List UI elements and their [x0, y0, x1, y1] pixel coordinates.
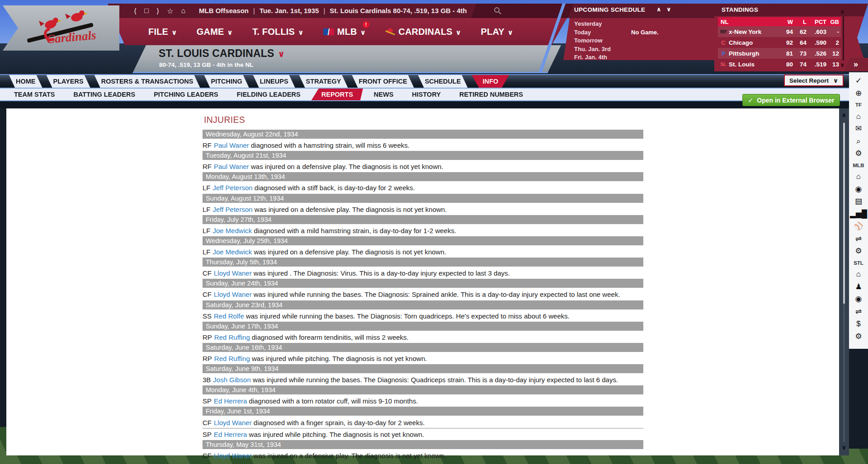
finances-icon[interactable]: $ — [856, 319, 860, 329]
menu-item[interactable]: FILE ∨ — [148, 27, 177, 37]
primary-tab[interactable]: FRONT OFFICE — [352, 75, 414, 88]
settings-icon[interactable]: ⚙ — [855, 332, 862, 342]
secondary-tab[interactable]: REPORTS — [311, 89, 363, 100]
player-link[interactable]: Ed Herrera — [214, 397, 247, 405]
player-link[interactable]: Ed Herrera — [214, 431, 247, 438]
schedule-row: Yesterday — [574, 20, 714, 28]
schedule-up-icon[interactable]: ∧ — [656, 6, 661, 13]
settings-icon[interactable]: ⚙ — [855, 246, 862, 256]
secondary-tab[interactable]: BATTING LEADERS — [66, 89, 143, 100]
player-link[interactable]: Jeff Peterson — [213, 206, 253, 213]
search-icon[interactable]: ⌕ — [856, 136, 861, 146]
player-link[interactable]: Paul Waner — [214, 163, 249, 170]
player-link[interactable]: Lloyd Waner — [214, 269, 252, 277]
player-link[interactable]: Lloyd Waner — [214, 291, 252, 298]
transactions-icon[interactable]: ⇌ — [855, 234, 862, 244]
standings-row[interactable]: SL St. Louis 80 74 .519 13 — [718, 59, 841, 70]
primary-tab[interactable]: PLAYERS — [47, 75, 90, 88]
back-icon[interactable]: ⟨ — [134, 7, 137, 15]
standings-scroll-down-icon[interactable]: ∨ — [840, 61, 845, 68]
primary-tab[interactable]: SCHEDULE — [418, 75, 468, 88]
open-external-browser-button[interactable]: ✓ Open in External Browser — [742, 94, 840, 106]
injury-entry: SSRed Rolfe was injured while running th… — [203, 311, 835, 321]
search-icon[interactable] — [494, 7, 501, 16]
standings-row[interactable]: P Pittsburgh 81 73 .526 12 — [718, 48, 841, 59]
primary-tab[interactable]: PITCHING — [204, 75, 249, 88]
transactions-icon[interactable]: ⇌ — [855, 307, 862, 317]
home-icon[interactable]: ⌂ — [856, 112, 861, 122]
menu-item[interactable]: MLB ∨ ! — [323, 27, 366, 37]
standings-row[interactable]: NY x-New York 94 62 .603 - — [718, 26, 841, 37]
manager-icon[interactable]: ♟ — [855, 282, 862, 292]
player-link[interactable]: Joe Medwick — [213, 248, 252, 256]
secondary-tab[interactable]: RETIRED NUMBERS — [452, 89, 531, 100]
team-logo-pennant: Cardinals — [3, 5, 119, 51]
schedule-row: Today No Game. — [574, 28, 714, 37]
injury-text: was injured on a defensive play. The dia… — [249, 163, 443, 170]
primary-tab[interactable]: HOME — [9, 75, 42, 88]
player-link[interactable]: Joe Medwick — [213, 227, 252, 234]
primary-tab[interactable]: INFO — [472, 75, 509, 88]
baseball-icon[interactable]: ⚾ — [854, 221, 863, 231]
scroll-down-icon[interactable]: ∨ — [841, 444, 846, 451]
stats-icon[interactable]: ▂▅█ — [850, 209, 867, 219]
standings-scroll-up-icon[interactable]: ∧ — [840, 8, 845, 15]
player-link[interactable]: Lloyd Waner — [214, 452, 252, 459]
player-link[interactable]: Paul Waner — [214, 141, 249, 149]
home-icon[interactable]: ⌂ — [856, 172, 861, 182]
menu-item[interactable]: T. FOLLIS ∨ — [252, 27, 303, 37]
scorecard-icon[interactable]: ▤ — [855, 197, 862, 206]
schedule-down-icon[interactable]: ∨ — [666, 6, 671, 13]
primary-tab[interactable]: STRATEGY — [299, 75, 348, 88]
secondary-tab[interactable]: PITCHING LEADERS — [146, 89, 226, 100]
player-link[interactable]: Lloyd Waner — [214, 419, 252, 427]
star-icon[interactable]: ☆ — [167, 7, 173, 15]
primary-tab[interactable]: LINEUPS — [253, 75, 295, 88]
team-selector[interactable]: ST. LOUIS CARDINALS∨ — [159, 47, 285, 60]
ballpark-icon[interactable]: ◉ — [855, 184, 862, 194]
standings-scrollbar[interactable] — [843, 16, 844, 61]
secondary-tab[interactable]: FIELDING LEADERS — [229, 89, 308, 100]
injury-text: was injured while running the bases. The… — [244, 312, 570, 320]
menu-item[interactable]: PLAY ∨ — [481, 27, 513, 37]
col-losses: L — [793, 19, 807, 25]
team-header-band: ST. LOUIS CARDINALS∨ 80-74, .519, 13 GB … — [132, 45, 561, 73]
schedule-day: Today — [574, 28, 631, 37]
standings-gb: 2 — [826, 39, 840, 46]
check-icon[interactable]: ✓ — [855, 76, 862, 86]
standings-row[interactable]: C Chicago 92 64 .590 2 — [718, 37, 841, 48]
scrollbar-thumb[interactable] — [843, 123, 845, 304]
report-row: Sunday, June 17th, 1934 — [203, 322, 835, 332]
menu-item[interactable]: CARDINALS ∨ — [385, 27, 461, 37]
tf-section-label[interactable]: TF — [855, 101, 862, 109]
player-link[interactable]: Red Rolfe — [214, 312, 244, 320]
schedule-panel: Yesterday Today No Game. Tomorrow Thu. J… — [563, 18, 714, 60]
home-icon[interactable]: ⌂ — [856, 269, 861, 279]
stl-section-label[interactable]: STL — [854, 259, 863, 267]
settings-icon[interactable]: ⚙ — [855, 149, 862, 159]
forward-icon[interactable]: ⟩ — [156, 7, 159, 15]
window-icon[interactable]: □ — [144, 7, 149, 15]
report-row: CFLloyd Waner was injured . The Diagnosi… — [203, 268, 835, 278]
scroll-up-icon[interactable]: ∧ — [841, 111, 846, 118]
player-link[interactable]: Red Ruffing — [214, 333, 250, 341]
menu-item-icon — [323, 28, 334, 35]
secondary-tab[interactable]: TEAM STATS — [6, 89, 62, 100]
secondary-tab[interactable]: HISTORY — [404, 89, 448, 100]
mlb-section-label[interactable]: MLB — [853, 161, 864, 169]
player-link[interactable]: Red Ruffing — [214, 355, 250, 362]
select-report-dropdown[interactable]: Select Report ∨ — [784, 75, 844, 86]
schedule-game: No Game. — [631, 28, 659, 37]
date-header: Friday, June 1st, 1934 — [203, 407, 643, 416]
home-icon[interactable]: ⌂ — [181, 7, 186, 15]
menu-item[interactable]: GAME ∨ — [197, 27, 233, 37]
player-link[interactable]: Josh Gibson — [213, 376, 250, 384]
chevron-down-icon: ∨ — [171, 28, 177, 37]
primary-tab[interactable]: ROSTERS & TRANSACTIONS — [94, 75, 200, 88]
ballpark-icon[interactable]: ◉ — [855, 294, 862, 304]
secondary-tab[interactable]: NEWS — [366, 89, 401, 100]
game-status-line: MLB Offseason|Tue. Jan. 1st, 1935|St. Lo… — [199, 4, 467, 18]
player-link[interactable]: Jeff Peterson — [213, 184, 253, 192]
globe-icon[interactable]: ⊕ — [855, 89, 862, 98]
mail-icon[interactable]: ✉ — [855, 124, 862, 134]
